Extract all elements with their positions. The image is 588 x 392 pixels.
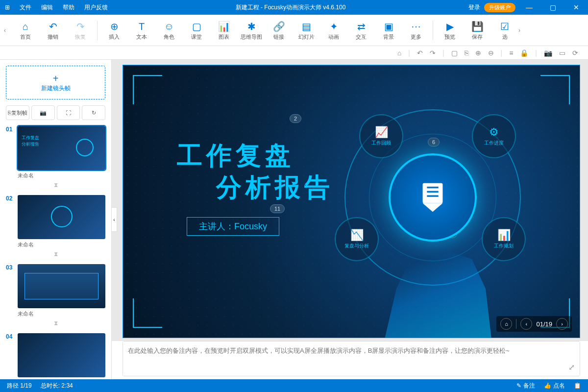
canvas-tool-icon[interactable]: 📷 (544, 49, 552, 57)
menu-feedback[interactable]: 用户反馈 (79, 3, 113, 12)
frame-corner (133, 298, 162, 328)
new-frame-button[interactable]: + 新建镜头帧 (6, 66, 105, 99)
tool-icon: 💾 (471, 20, 484, 33)
canvas-tool-icon[interactable]: ▢ (451, 49, 458, 57)
expand-notes-icon[interactable]: ⤢ (568, 363, 575, 372)
toolbar-scroll-left-icon[interactable]: ‹ (4, 27, 12, 34)
login-link[interactable]: 登录 (468, 3, 480, 12)
svg-rect-0 (423, 183, 443, 203)
thumb-item[interactable]: 02未命名⧗ (0, 193, 111, 262)
tool-更多[interactable]: ⋯更多 (402, 16, 430, 45)
tool-保存[interactable]: 💾保存 (464, 16, 491, 45)
canvas-tool-icon[interactable]: ⎘ (465, 49, 468, 57)
badge: 11 (270, 204, 285, 213)
status-like-button[interactable]: 👍 点名 (544, 382, 565, 390)
prev-slide-button[interactable]: ‹ (520, 318, 532, 330)
notes-input[interactable] (123, 342, 580, 376)
maximize-button[interactable]: ▢ (543, 3, 563, 11)
collapse-sidebar-button[interactable]: ‹ (111, 207, 117, 232)
tool-icon: ⇄ (357, 20, 366, 33)
tool-icon: ⋯ (411, 20, 421, 33)
thumb-timer-icon: ⧗ (6, 318, 105, 329)
tool-icon: ⊕ (110, 20, 119, 33)
tool-icon: ☺ (164, 20, 174, 33)
slide-counter: 01/19 (536, 320, 552, 328)
tool-背景[interactable]: ▣背景 (375, 16, 402, 45)
minimize-button[interactable]: — (519, 3, 539, 11)
tool-角色[interactable]: ☺角色 (155, 16, 183, 45)
tool-文本[interactable]: T文本 (128, 16, 155, 45)
chart-icon: 📈 (375, 126, 388, 139)
thumb-item[interactable]: 04 (0, 331, 111, 379)
slide[interactable]: 工作复盘 分析报告 主讲人：Focusky 2 11 6 15 (122, 65, 580, 338)
thumb-label: 未命名 (6, 239, 105, 249)
canvas-tool-icon[interactable]: ⊕ (475, 49, 481, 57)
next-slide-button[interactable]: › (556, 318, 568, 330)
gear-icon: ⚙ (489, 126, 499, 139)
loop-icon: ↻ (92, 110, 96, 116)
upgrade-button[interactable]: 升级账户 (484, 3, 515, 12)
canvas-tool-icon[interactable]: ⊖ (488, 49, 494, 57)
plus-icon: + (53, 73, 59, 84)
tool-icon: ⌂ (23, 20, 28, 33)
camera-button[interactable]: 📷 (31, 105, 55, 120)
orbit-node: 📊工作规划 (482, 217, 526, 261)
tool-label: 幻灯片 (298, 33, 315, 41)
camera-icon: 📷 (40, 110, 47, 116)
tool-恢复[interactable]: ↷恢复 (67, 16, 94, 45)
thumb-number: 04 (6, 333, 15, 340)
canvas-tool-icon[interactable]: 🔒 (520, 49, 528, 57)
menu-edit[interactable]: 编辑 (36, 3, 58, 12)
canvas-tool-icon[interactable]: ↷ (430, 49, 436, 57)
tool-icon: ✦ (330, 20, 338, 33)
thumb-preview[interactable] (18, 333, 105, 377)
thumb-item[interactable]: 03未命名⧗ (0, 262, 111, 331)
thumb-preview[interactable] (18, 264, 105, 308)
title-bar: ⊞ 文件 编辑 帮助 用户反馈 新建工程 - Focusky动画演示大师 v4.… (0, 0, 588, 15)
canvas-tool-icon[interactable]: ▭ (559, 49, 565, 57)
canvas-tool-icon[interactable]: ⟳ (572, 49, 578, 57)
tool-图表[interactable]: 📊图表 (210, 16, 238, 45)
copy-frame-button[interactable]: ⎘ 复制帧 (6, 105, 29, 120)
tool-icon: ▶ (446, 20, 454, 33)
close-button[interactable]: ✕ (566, 3, 586, 11)
thumb-preview[interactable] (18, 195, 105, 239)
home-nav-button[interactable]: ⌂ (500, 318, 512, 330)
toolbar-scroll-right-icon[interactable]: › (518, 27, 526, 34)
tool-课堂[interactable]: ▢课堂 (183, 16, 210, 45)
tool-首页[interactable]: ⌂首页 (12, 16, 39, 45)
tool-撤销[interactable]: ↶撤销 (39, 16, 67, 45)
tool-幻灯片[interactable]: ▤幻灯片 (293, 16, 320, 45)
thumb-preview[interactable]: 工作复盘分析报告 (18, 126, 105, 170)
menu-help[interactable]: 帮助 (58, 3, 79, 12)
loop-button[interactable]: ↻ (82, 105, 105, 120)
canvas-tool-icon[interactable]: ≡ (509, 49, 513, 57)
tool-链接[interactable]: 🔗链接 (265, 16, 293, 45)
main-area: + 新建镜头帧 ⎘ 复制帧 📷 ⛶ ↻ 01工作复盘分析报告未命名⧗02未命名⧗… (0, 60, 588, 379)
canvas-tool-icon[interactable]: ↶ (417, 49, 423, 57)
copy-icon: ⎘ (8, 110, 11, 116)
menu-file[interactable]: 文件 (15, 3, 36, 12)
tool-label: 交互 (356, 33, 367, 41)
canvas-tool-icon[interactable]: ⌂ (397, 49, 401, 57)
tool-交互[interactable]: ⇄交互 (347, 16, 375, 45)
tool-icon: T (139, 20, 145, 33)
tool-label: 动画 (328, 33, 339, 41)
tool-icon: ↷ (76, 20, 85, 33)
bars-icon: 📊 (497, 229, 511, 242)
status-notes-button[interactable]: ✎ 备注 (516, 382, 535, 390)
tool-预览[interactable]: ▶预览 (436, 16, 464, 45)
node-label: 工作规划 (494, 243, 514, 249)
tool-选[interactable]: ☑选 (491, 16, 518, 45)
tool-插入[interactable]: ⊕插入 (100, 16, 128, 45)
tool-label: 撤销 (48, 33, 58, 41)
tool-label: 图表 (219, 33, 229, 41)
new-frame-label: 新建镜头帧 (41, 84, 71, 93)
status-duration: 总时长: 2:34 (41, 382, 73, 390)
thumb-item[interactable]: 01工作复盘分析报告未命名⧗ (0, 124, 111, 193)
tool-动画[interactable]: ✦动画 (320, 16, 347, 45)
status-clipboard-icon[interactable]: 📋 (574, 382, 581, 389)
tool-label: 首页 (20, 33, 31, 41)
tool-思维导图[interactable]: ✱思维导图 (238, 16, 265, 45)
crop-button[interactable]: ⛶ (57, 105, 80, 120)
